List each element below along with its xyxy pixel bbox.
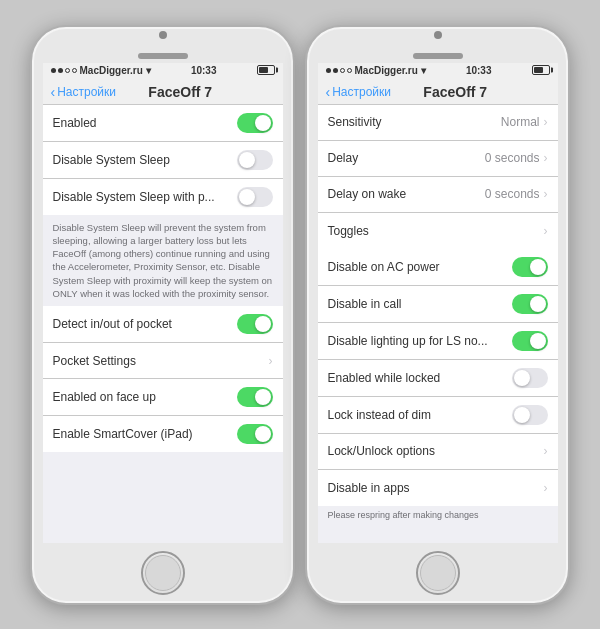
row-lock-unlock[interactable]: Lock/Unlock options ›: [318, 434, 558, 470]
row-disable-sleep: Disable System Sleep: [43, 142, 283, 179]
toggle-enabled[interactable]: [237, 113, 273, 133]
chevron-toggles: ›: [544, 224, 548, 238]
toggle-lighting[interactable]: [512, 331, 548, 351]
toggle-enabled-locked[interactable]: [512, 368, 548, 388]
row-face-up: Enabled on face up: [43, 379, 283, 416]
label-delay: Delay: [328, 151, 485, 165]
toggle-detect-pocket[interactable]: [237, 314, 273, 334]
wifi-icon-2: ▾: [421, 65, 426, 76]
home-button-2[interactable]: [416, 551, 460, 595]
time-1: 10:33: [191, 65, 217, 76]
toggle-disable-call[interactable]: [512, 294, 548, 314]
status-bar-1: MacDigger.ru ▾ 10:33: [43, 63, 283, 78]
group-2a: Sensitivity Normal › Delay 0 seconds › D…: [318, 105, 558, 249]
signal-1: [51, 68, 77, 73]
description-text-1: Disable System Sleep will prevent the sy…: [53, 222, 273, 299]
label-disable-lighting: Disable lighting up for LS no...: [328, 334, 512, 348]
toggle-lock-dim[interactable]: [512, 405, 548, 425]
signal-2: [326, 68, 352, 73]
row-disable-ac: Disable on AC power: [318, 249, 558, 286]
row-delay-wake[interactable]: Delay on wake 0 seconds ›: [318, 177, 558, 213]
dot4: [72, 68, 77, 73]
row-disable-lighting: Disable lighting up for LS no...: [318, 323, 558, 360]
label-enabled: Enabled: [53, 116, 237, 130]
label-disable-call: Disable in call: [328, 297, 512, 311]
toggle-knob-detect: [255, 316, 271, 332]
row-detect-pocket: Detect in/out of pocket: [43, 306, 283, 343]
back-button-2[interactable]: ‹ Настройки: [326, 85, 392, 99]
chevron-delay-wake: ›: [544, 187, 548, 201]
status-right-1: [257, 65, 275, 75]
status-left-2: MacDigger.ru ▾: [326, 65, 426, 76]
dot2-4: [347, 68, 352, 73]
group-2b: Disable on AC power Disable in call Disa…: [318, 249, 558, 506]
home-button-inner-1: [145, 555, 181, 591]
carrier-1: MacDigger.ru: [80, 65, 143, 76]
note-content: Please respring after making changes: [328, 510, 479, 520]
nav-bar-1: ‹ Настройки FaceOff 7: [43, 78, 283, 105]
toggle-disable-sleep[interactable]: [237, 150, 273, 170]
toggle-knob-call: [530, 296, 546, 312]
wifi-icon-1: ▾: [146, 65, 151, 76]
chevron-disable-apps: ›: [544, 481, 548, 495]
back-button-1[interactable]: ‹ Настройки: [51, 85, 117, 99]
battery-1: [257, 65, 275, 75]
label-lock-dim: Lock instead of dim: [328, 408, 512, 422]
toggle-knob-lighting: [530, 333, 546, 349]
toggle-sleep-prox[interactable]: [237, 187, 273, 207]
label-disable-ac: Disable on AC power: [328, 260, 512, 274]
row-delay[interactable]: Delay 0 seconds ›: [318, 141, 558, 177]
value-delay-wake: 0 seconds: [485, 187, 540, 201]
nav-bar-2: ‹ Настройки FaceOff 7: [318, 78, 558, 105]
status-bar-2: MacDigger.ru ▾ 10:33: [318, 63, 558, 78]
toggle-knob-prox: [239, 189, 255, 205]
battery-fill-1: [259, 67, 269, 73]
carrier-2: MacDigger.ru: [355, 65, 418, 76]
dot3: [65, 68, 70, 73]
toggle-smart-cover[interactable]: [237, 424, 273, 444]
dot2-2: [333, 68, 338, 73]
label-face-up: Enabled on face up: [53, 390, 237, 404]
row-disable-apps[interactable]: Disable in apps ›: [318, 470, 558, 506]
row-toggles[interactable]: Toggles ›: [318, 213, 558, 249]
label-sensitivity: Sensitivity: [328, 115, 501, 129]
back-chevron-1: ‹: [51, 85, 56, 99]
speaker-2: [413, 53, 463, 59]
label-disable-sleep-prox: Disable System Sleep with p...: [53, 190, 237, 204]
status-right-2: [532, 65, 550, 75]
toggle-knob-smart: [255, 426, 271, 442]
toggle-knob-dim: [514, 407, 530, 423]
chevron-delay: ›: [544, 151, 548, 165]
battery-fill-2: [534, 67, 544, 73]
home-button-1[interactable]: [141, 551, 185, 595]
toggle-knob-sleep: [239, 152, 255, 168]
group-1b: Detect in/out of pocket Pocket Settings …: [43, 306, 283, 452]
back-label-2: Настройки: [332, 85, 391, 99]
dot2-3: [340, 68, 345, 73]
description-box-1: Disable System Sleep will prevent the sy…: [43, 215, 283, 307]
camera-2: [434, 31, 442, 39]
phone-2: MacDigger.ru ▾ 10:33 ‹ Настройки FaceOff…: [305, 25, 570, 605]
label-lock-unlock: Lock/Unlock options: [328, 444, 544, 458]
phone-1: MacDigger.ru ▾ 10:33 ‹ Настройки FaceOff…: [30, 25, 295, 605]
back-chevron-2: ‹: [326, 85, 331, 99]
row-sensitivity[interactable]: Sensitivity Normal ›: [318, 105, 558, 141]
toggle-knob-ac: [530, 259, 546, 275]
toggle-knob-enabled: [255, 115, 271, 131]
toggle-disable-ac[interactable]: [512, 257, 548, 277]
toggle-face-up[interactable]: [237, 387, 273, 407]
label-delay-wake: Delay on wake: [328, 187, 485, 201]
row-pocket-settings[interactable]: Pocket Settings ›: [43, 343, 283, 379]
back-label-1: Настройки: [57, 85, 116, 99]
dot1: [51, 68, 56, 73]
time-2: 10:33: [466, 65, 492, 76]
row-enabled-locked: Enabled while locked: [318, 360, 558, 397]
row-enabled: Enabled: [43, 105, 283, 142]
group-1a: Enabled Disable System Sleep Disable Sys…: [43, 105, 283, 215]
home-button-inner-2: [420, 555, 456, 591]
speaker-1: [138, 53, 188, 59]
label-detect-pocket: Detect in/out of pocket: [53, 317, 237, 331]
label-pocket-settings: Pocket Settings: [53, 354, 269, 368]
settings-list-2: Sensitivity Normal › Delay 0 seconds › D…: [318, 105, 558, 543]
row-disable-call: Disable in call: [318, 286, 558, 323]
